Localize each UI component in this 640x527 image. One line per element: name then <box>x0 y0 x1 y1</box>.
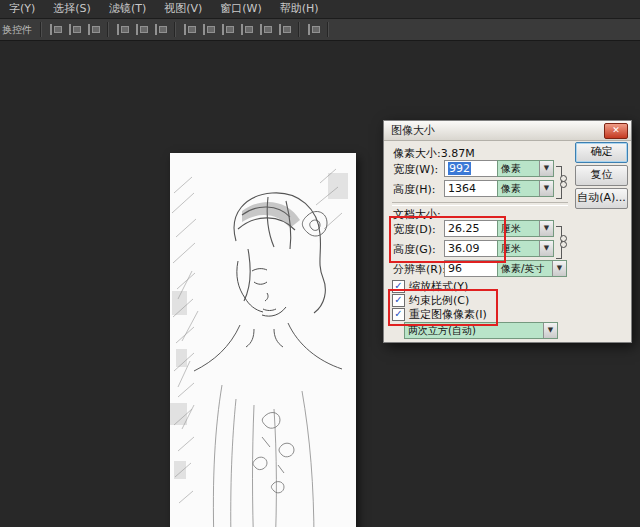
section-separator <box>392 202 568 206</box>
resolution-unit: 像素/英寸 <box>498 261 552 276</box>
auto-button[interactable]: 自动(A)... <box>575 188 628 209</box>
doc-width-label: 宽度(D): <box>393 222 436 237</box>
photoshop-window: 字(Y) 选择(S) 滤镜(T) 视图(V) 窗口(W) 帮助(H) 换控件 <box>0 0 640 527</box>
checkbox-check-icon: ✓ <box>392 294 405 307</box>
chevron-down-icon: ▼ <box>539 181 553 196</box>
resolution-label: 分辨率(R): <box>393 262 446 277</box>
resample-method-dropdown[interactable]: 两次立方(自动) ▼ <box>404 322 558 339</box>
menu-bar: 字(Y) 选择(S) 滤镜(T) 视图(V) 窗口(W) 帮助(H) <box>0 0 640 19</box>
options-bar: 换控件 <box>0 19 640 41</box>
toolbar-separator <box>107 22 109 37</box>
pixel-height-unit: 像素 <box>498 181 539 196</box>
menu-view[interactable]: 视图(V) <box>155 0 211 18</box>
toolbar-separator <box>327 22 329 37</box>
align-bottom-edges-icon[interactable] <box>85 22 102 37</box>
doc-width-input[interactable]: 26.25 <box>444 220 498 237</box>
distribute-horizontal-centers-icon[interactable] <box>257 22 274 37</box>
doc-height-value: 36.09 <box>448 242 480 255</box>
image-size-dialog: 图像大小 ✕ 像素大小:3.87M 宽度(W): 992 像素 ▼ 高度(H):… <box>383 120 632 343</box>
pixel-size-heading: 像素大小:3.87M <box>393 146 475 161</box>
distribute-bottom-edges-icon[interactable] <box>219 22 236 37</box>
resolution-value: 96 <box>448 262 462 275</box>
menu-filter[interactable]: 滤镜(T) <box>100 0 155 18</box>
pixel-height-input[interactable]: 1364 <box>444 180 498 197</box>
checkbox-check-icon: ✓ <box>392 308 405 321</box>
constrain-proportions-checkbox[interactable]: ✓ 约束比例(C) <box>392 293 469 308</box>
pixel-height-unit-dropdown[interactable]: 像素 ▼ <box>497 180 554 197</box>
doc-size-heading: 文档大小: <box>393 207 441 222</box>
ok-button[interactable]: 确定 <box>575 142 628 163</box>
doc-height-unit: 厘米 <box>498 241 539 256</box>
close-icon[interactable]: ✕ <box>604 123 628 139</box>
pixel-width-input[interactable]: 992 <box>444 160 498 177</box>
link-chain-icon <box>560 235 567 247</box>
reset-button[interactable]: 复位 <box>575 165 628 186</box>
distribute-top-edges-icon[interactable] <box>181 22 198 37</box>
align-vertical-centers-icon[interactable] <box>66 22 83 37</box>
distribute-right-edges-icon[interactable] <box>276 22 293 37</box>
doc-width-unit-dropdown[interactable]: 厘米 ▼ <box>497 220 554 237</box>
resample-image-label: 重定图像像素(I) <box>409 307 487 322</box>
pixel-width-label: 宽度(W): <box>393 162 438 177</box>
menu-help[interactable]: 帮助(H) <box>271 0 328 18</box>
pixel-width-value: 992 <box>448 162 471 175</box>
toolbar-separator <box>298 22 300 37</box>
menu-select[interactable]: 选择(S) <box>44 0 100 18</box>
chevron-down-icon: ▼ <box>543 323 557 338</box>
menu-window[interactable]: 窗口(W) <box>211 0 270 18</box>
doc-width-value: 26.25 <box>448 222 480 235</box>
resolution-input[interactable]: 96 <box>444 260 498 277</box>
dialog-title: 图像大小 <box>391 123 435 138</box>
chevron-down-icon: ▼ <box>552 261 566 276</box>
resolution-unit-dropdown[interactable]: 像素/英寸 ▼ <box>497 260 567 277</box>
align-horizontal-centers-icon[interactable] <box>133 22 150 37</box>
pixel-height-value: 1364 <box>448 182 476 195</box>
link-chain-icon <box>560 175 567 187</box>
align-right-edges-icon[interactable] <box>152 22 169 37</box>
doc-width-unit: 厘米 <box>498 221 539 236</box>
distribute-left-edges-icon[interactable] <box>238 22 255 37</box>
chevron-down-icon: ▼ <box>539 241 553 256</box>
pixel-height-label: 高度(H): <box>393 182 436 197</box>
resample-method-value: 两次立方(自动) <box>405 323 543 338</box>
pixel-width-unit: 像素 <box>498 161 539 176</box>
chevron-down-icon: ▼ <box>539 161 553 176</box>
distribute-vertical-centers-icon[interactable] <box>200 22 217 37</box>
show-transform-controls-label[interactable]: 换控件 <box>2 23 32 37</box>
doc-height-input[interactable]: 36.09 <box>444 240 498 257</box>
resample-image-checkbox[interactable]: ✓ 重定图像像素(I) <box>392 307 487 322</box>
align-top-edges-icon[interactable] <box>47 22 64 37</box>
sketch-image <box>170 153 356 527</box>
auto-align-layers-icon[interactable] <box>305 22 322 37</box>
dialog-titlebar[interactable]: 图像大小 <box>384 121 631 141</box>
scale-styles-checkbox[interactable]: ✓ 缩放样式(Y) <box>392 279 468 294</box>
align-left-edges-icon[interactable] <box>114 22 131 37</box>
chevron-down-icon: ▼ <box>539 221 553 236</box>
doc-height-unit-dropdown[interactable]: 厘米 ▼ <box>497 240 554 257</box>
pixel-width-unit-dropdown[interactable]: 像素 ▼ <box>497 160 554 177</box>
toolbar-separator <box>174 22 176 37</box>
scale-styles-label: 缩放样式(Y) <box>409 279 468 294</box>
menu-type[interactable]: 字(Y) <box>0 0 44 18</box>
doc-height-label: 高度(G): <box>393 242 436 257</box>
constrain-proportions-label: 约束比例(C) <box>409 293 469 308</box>
toolbar-separator <box>40 22 42 37</box>
checkbox-check-icon: ✓ <box>392 280 405 293</box>
document-canvas[interactable] <box>170 153 356 527</box>
